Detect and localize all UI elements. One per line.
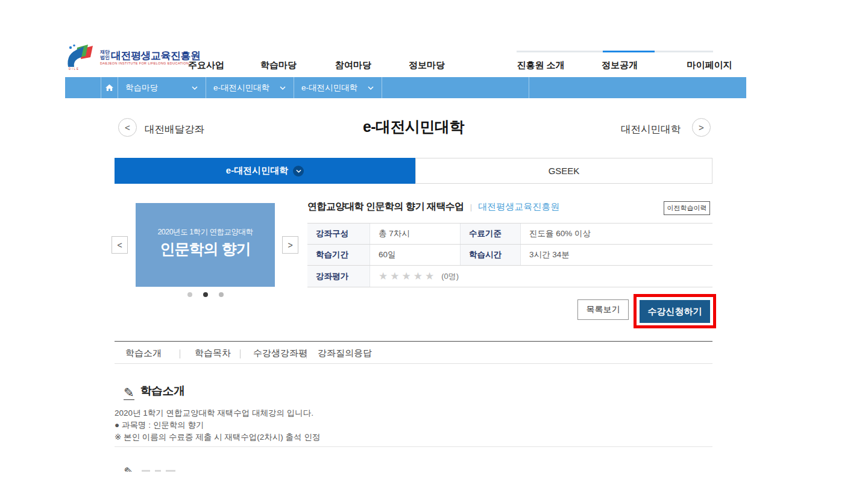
nav-item-about[interactable]: 진흥원 소개 <box>517 60 564 71</box>
tab-course-contents[interactable]: 학습목차 <box>195 348 231 359</box>
next-section-peek: ✎ <box>124 465 280 472</box>
chevron-right-icon: > <box>288 240 292 250</box>
info-value: 총 7차시 <box>370 224 461 244</box>
site-logo[interactable]: DILE 재단법인 대전평생교육진흥원 DAEJEON INSTITUTE FO… <box>65 43 201 72</box>
info-label: 강좌평가 <box>307 266 370 287</box>
carousel-next-button[interactable]: > <box>282 236 298 254</box>
chevron-down-icon <box>280 86 286 90</box>
info-value: 3시간 34분 <box>521 245 712 265</box>
chevron-down-icon <box>368 86 374 90</box>
nav-item-major-business[interactable]: 주요사업 <box>188 60 224 71</box>
pencil-icon: ✎ <box>124 465 134 472</box>
intro-line: ※ 본인 이름의 수료증 제출 시 재택수업(2차시) 출석 인정 <box>115 431 657 443</box>
chevron-down-icon <box>192 86 198 90</box>
section-divider-dark <box>115 341 712 342</box>
course-thumbnail: 2020년도 1학기 연합교양대학 인문학의 향기 <box>136 203 275 287</box>
list-view-button[interactable]: 목록보기 <box>577 299 629 320</box>
carousel-dot-2-active[interactable] <box>203 292 208 297</box>
content-divider <box>115 446 712 447</box>
nav-indicator-track <box>517 51 713 52</box>
table-row: 학습기간 60일 학습시간 3시간 34분 <box>307 245 712 266</box>
intro-line: ● 과목명 : 인문학의 향기 <box>115 419 657 431</box>
breadcrumb-select-ecitizen-2[interactable]: e-대전시민대학 <box>294 77 382 98</box>
tab-course-qna[interactable]: 강좌질의응답 <box>318 348 372 359</box>
chevron-right-icon: > <box>699 122 704 133</box>
table-row: 강좌평가 ★★★★★ (0명) <box>307 266 712 287</box>
thumbnail-subtitle: 2020년도 1학기 연합교양대학 <box>136 227 275 237</box>
nav-item-information[interactable]: 정보마당 <box>409 60 445 71</box>
info-label: 학습기간 <box>307 245 370 265</box>
course-title: 연합교양대학 인문학의 향기 재택수업 <box>307 201 464 213</box>
logo-prefix: 재단법인 <box>100 50 110 61</box>
carousel-dots <box>136 292 275 297</box>
home-icon[interactable] <box>101 77 118 98</box>
chevron-down-icon <box>293 166 304 177</box>
logo-name: 대전평생교육진흥원 <box>111 51 201 61</box>
intro-section-heading: 학습소개 <box>140 383 185 399</box>
svg-text:DILE: DILE <box>69 67 80 70</box>
table-row: 강좌구성 총 7차시 수료기준 진도율 60% 이상 <box>307 224 712 245</box>
nav-item-participation[interactable]: 참여마당 <box>335 60 371 71</box>
chevron-left-icon: < <box>117 240 122 250</box>
rating-count: (0명) <box>441 271 459 282</box>
next-category-button[interactable]: > <box>692 118 711 137</box>
tab-e-daejeon-citizen[interactable]: e-대전시민대학 <box>115 158 415 184</box>
course-provider-link[interactable]: 대전평생교육진흥원 <box>478 201 559 213</box>
nav-item-disclosure[interactable]: 정보공개 <box>602 60 638 71</box>
star-rating-icons: ★★★★★ <box>379 270 436 283</box>
info-label: 학습시간 <box>461 245 521 265</box>
course-info-table: 강좌구성 총 7차시 수료기준 진도율 60% 이상 학습기간 60일 학습시간… <box>307 223 712 287</box>
logo-subtitle: DAEJEON INSTITUTE FOR LIFELONG EDUCATION <box>100 62 201 66</box>
carousel-dot-1[interactable] <box>187 292 192 297</box>
intro-line: 2020년 1학기 연합교양대학 재택수업 대체강의 입니다. <box>115 407 657 419</box>
pencil-icon: ✎ <box>124 386 134 400</box>
info-label: 강좌구성 <box>307 224 370 244</box>
logo-icon: DILE <box>65 43 96 72</box>
breadcrumb-select-ecitizen-1[interactable]: e-대전시민대학 <box>206 77 294 98</box>
breadcrumb: 학습마당 e-대전시민대학 e-대전시민대학 <box>65 77 746 98</box>
next-category-label[interactable]: 대전시민대학 <box>621 123 681 136</box>
tab-course-intro[interactable]: 학습소개 <box>125 348 162 359</box>
info-label: 수료기준 <box>461 224 521 244</box>
carousel-dot-3[interactable] <box>219 292 224 297</box>
section-divider-light <box>115 363 712 364</box>
info-value: 60일 <box>370 245 461 265</box>
nav-indicator-segment <box>603 51 655 52</box>
thumbnail-title: 인문학의 향기 <box>136 239 275 259</box>
carousel-prev-button[interactable]: < <box>112 236 128 254</box>
info-value: 진도율 60% 이상 <box>521 224 712 244</box>
nav-item-mypage[interactable]: 마이페이지 <box>687 60 732 71</box>
nav-item-learning[interactable]: 학습마당 <box>260 60 297 71</box>
intro-text: 2020년 1학기 연합교양대학 재택수업 대체강의 입니다. ● 과목명 : … <box>115 407 657 443</box>
enroll-button[interactable]: 수강신청하기 <box>640 300 710 323</box>
previous-learning-history-button[interactable]: 이전학습이력 <box>664 201 710 215</box>
page: DILE 재단법인 대전평생교육진흥원 DAEJEON INSTITUTE FO… <box>0 0 868 488</box>
tab-gseek[interactable]: GSEEK <box>415 158 712 184</box>
breadcrumb-select-learning[interactable]: 학습마당 <box>118 77 206 98</box>
tab-student-reviews[interactable]: 수강생강좌평 <box>253 348 307 359</box>
